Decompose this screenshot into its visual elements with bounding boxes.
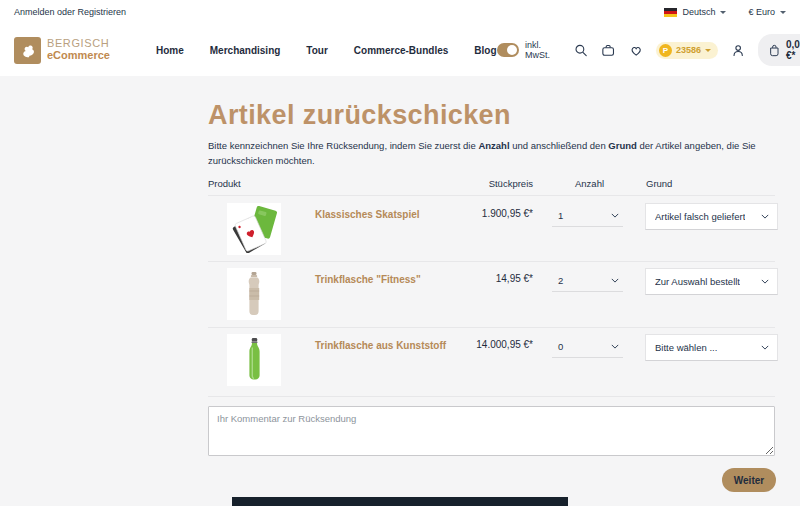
search-icon[interactable]	[574, 42, 588, 59]
product-link[interactable]: Klassisches Skatspiel	[315, 209, 420, 220]
german-flag-icon	[664, 8, 677, 17]
quantity-select[interactable]: 0	[552, 336, 623, 358]
chevron-down-icon	[761, 279, 769, 284]
footer-top-bar	[232, 497, 568, 506]
nav-merchandising[interactable]: Merchandising	[210, 45, 281, 56]
main-navigation: Home Merchandising Tour Commerce-Bundles…	[156, 45, 497, 56]
chevron-down-icon	[611, 278, 619, 283]
quantity-select[interactable]: 2	[552, 270, 623, 292]
nav-tour[interactable]: Tour	[306, 45, 327, 56]
product-link[interactable]: Trinkflasche "Fitness"	[315, 274, 421, 285]
chevron-down-icon	[761, 214, 769, 219]
column-header-price: Stückpreis	[489, 178, 533, 189]
points-value: 23586	[676, 45, 701, 55]
table-row: Klassisches Skatspiel 1.900,95 €* 1 Arti…	[208, 197, 775, 262]
account-icon[interactable]	[731, 42, 745, 59]
reason-select[interactable]: Artikel falsch geliefert	[645, 203, 778, 230]
shop-logo[interactable]: BERGISCH eCommerce	[14, 37, 110, 64]
column-header-quantity: Anzahl	[575, 178, 604, 189]
chevron-down-icon	[611, 344, 619, 349]
product-link[interactable]: Trinkflasche aus Kunststoff	[315, 340, 446, 351]
intro-text: Bitte kennzeichnen Sie Ihre Rücksendung,…	[208, 139, 780, 168]
nav-commerce-bundles[interactable]: Commerce-Bundles	[354, 45, 448, 56]
currency-select[interactable]: € Euro	[748, 7, 786, 17]
product-image-fitness-bottle[interactable]	[227, 268, 281, 320]
points-coin-icon: P	[659, 44, 672, 57]
nav-home[interactable]: Home	[156, 45, 184, 56]
unit-price: 14,95 €*	[496, 273, 533, 284]
shopping-bag-icon	[769, 43, 780, 58]
vat-toggle[interactable]	[497, 43, 519, 57]
product-image-plastic-bottle[interactable]	[227, 334, 281, 386]
top-bar: Anmelden oder Registrieren Deutsch € Eur…	[0, 0, 800, 24]
table-row: Trinkflasche "Fitness" 14,95 €* 2 Zur Au…	[208, 262, 775, 328]
lion-crest-icon	[14, 37, 41, 64]
product-image-skatspiel[interactable]	[227, 203, 281, 255]
table-header: Produkt Stückpreis Anzahl Grund	[208, 178, 775, 196]
page-title: Artikel zurückschicken	[208, 100, 511, 131]
main-header: BERGISCH eCommerce Home Merchandising To…	[0, 24, 800, 76]
cart-total: 0,00 €*	[786, 39, 800, 61]
chevron-down-icon	[611, 213, 619, 218]
briefcase-icon[interactable]	[601, 42, 615, 59]
quantity-select[interactable]: 1	[552, 205, 623, 227]
language-select[interactable]: Deutsch	[664, 7, 726, 17]
cart-button[interactable]: 0,00 €*	[758, 34, 800, 66]
reason-select[interactable]: Bitte wählen ...	[645, 334, 778, 361]
column-header-product: Produkt	[208, 178, 241, 189]
unit-price: 14.000,95 €*	[476, 339, 533, 350]
logo-line2: eCommerce	[47, 50, 110, 62]
chevron-down-icon	[780, 11, 786, 14]
login-register-link[interactable]: Anmelden oder Registrieren	[14, 7, 126, 17]
language-label: Deutsch	[682, 7, 715, 17]
unit-price: 1.900,95 €*	[482, 208, 533, 219]
table-row: Trinkflasche aus Kunststoff 14.000,95 €*…	[208, 328, 775, 397]
reason-select[interactable]: Zur Auswahl bestellt	[645, 268, 778, 295]
loyalty-points-badge[interactable]: P 23586	[656, 42, 718, 59]
currency-label: € Euro	[748, 7, 775, 17]
continue-button[interactable]: Weiter	[722, 468, 776, 492]
nav-blog[interactable]: Blog	[474, 45, 496, 56]
chevron-down-icon	[761, 345, 769, 350]
return-items-table: Klassisches Skatspiel 1.900,95 €* 1 Arti…	[208, 197, 775, 397]
wishlist-heart-icon[interactable]	[629, 42, 643, 59]
chevron-down-icon	[705, 49, 711, 52]
vat-toggle-label: inkl. MwSt.	[525, 40, 561, 60]
chevron-down-icon	[720, 11, 726, 14]
return-comment-input[interactable]	[208, 406, 775, 456]
column-header-reason: Grund	[646, 178, 672, 189]
